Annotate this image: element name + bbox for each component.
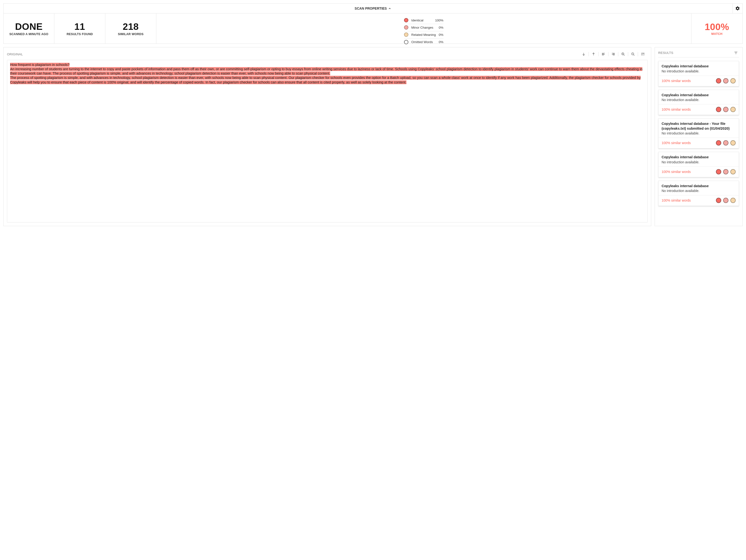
legend-omitted[interactable]: Omitted Words 0% — [404, 38, 443, 46]
filter-button[interactable] — [733, 50, 739, 56]
related-dot-icon — [404, 32, 408, 37]
results-title: RESULTS — [658, 51, 733, 55]
stat-words: 218 SIMILAR WORDS — [105, 13, 156, 44]
stat-done: DONE SCANNED A MINUTE AGO — [4, 13, 54, 44]
stat-match: 100% MATCH — [691, 13, 742, 44]
result-name: Copyleaks internal database - Your file … — [662, 121, 736, 131]
minor-dot-icon[interactable] — [723, 169, 728, 174]
result-card[interactable]: Copyleaks internal databaseNo introducti… — [658, 90, 739, 115]
chevron-up-icon — [388, 7, 391, 10]
legend-identical[interactable]: Identical 100% — [404, 17, 443, 24]
prev-match-button[interactable] — [589, 51, 598, 57]
identical-dot-icon — [404, 18, 408, 22]
image-icon — [641, 52, 645, 56]
zoom-out-icon — [631, 52, 635, 56]
result-description: No introduction available. — [662, 189, 736, 193]
related-label: Related Meaning — [411, 33, 436, 36]
related-dot-icon[interactable] — [730, 198, 736, 203]
related-value: 0% — [439, 33, 443, 36]
result-similarity: 100% similar words — [662, 170, 716, 174]
result-dots — [716, 140, 736, 145]
identical-dot-icon[interactable] — [716, 169, 721, 174]
result-dots — [716, 169, 736, 174]
scan-properties-bar[interactable]: SCAN PROPERTIES — [3, 3, 743, 13]
omitted-value: 0% — [439, 40, 443, 44]
words-value: 218 — [123, 21, 139, 32]
svg-line-15 — [633, 55, 634, 56]
gear-icon — [735, 6, 740, 11]
scan-properties-toggle[interactable]: SCAN PROPERTIES — [355, 6, 392, 10]
omitted-label: Omitted Words — [411, 40, 436, 44]
svg-point-18 — [642, 53, 642, 54]
stats-row: DONE SCANNED A MINUTE AGO 11 RESULTS FOU… — [3, 13, 743, 44]
result-name: Copyleaks internal database — [662, 184, 736, 189]
original-panel: ORIGINAL — [3, 47, 651, 226]
align-right-icon — [611, 52, 615, 56]
identical-dot-icon[interactable] — [716, 198, 721, 203]
zoom-out-button[interactable] — [628, 51, 638, 57]
filter-icon — [734, 51, 738, 55]
results-value: 11 — [74, 21, 85, 32]
results-list: Copyleaks internal databaseNo introducti… — [658, 61, 739, 206]
related-dot-icon[interactable] — [730, 107, 736, 112]
match-label: MATCH — [711, 32, 723, 36]
result-similarity: 100% similar words — [662, 198, 716, 202]
match-value: 100% — [705, 22, 729, 32]
result-similarity: 100% similar words — [662, 108, 716, 111]
identical-dot-icon[interactable] — [716, 107, 721, 112]
identical-label: Identical — [411, 19, 432, 22]
related-dot-icon[interactable] — [730, 140, 736, 145]
align-right-button[interactable] — [608, 51, 618, 57]
result-card[interactable]: Copyleaks internal database - Your file … — [658, 118, 739, 148]
highlighted-text: An increasing number of students are tur… — [10, 67, 642, 75]
zoom-in-button[interactable] — [618, 51, 628, 57]
image-view-button[interactable] — [638, 51, 648, 57]
results-panel: RESULTS Copyleaks internal databaseNo in… — [655, 47, 743, 226]
svg-line-11 — [624, 55, 625, 56]
arrow-down-icon — [582, 52, 585, 56]
stat-results: 11 RESULTS FOUND — [54, 13, 105, 44]
result-card[interactable]: Copyleaks internal databaseNo introducti… — [658, 181, 739, 206]
minor-dot-icon[interactable] — [723, 107, 728, 112]
result-description: No introduction available. — [662, 98, 736, 102]
next-match-button[interactable] — [579, 51, 589, 57]
minor-label: Minor Changes — [411, 26, 436, 29]
result-card[interactable]: Copyleaks internal databaseNo introducti… — [658, 61, 739, 86]
related-dot-icon[interactable] — [730, 169, 736, 174]
done-value: DONE — [15, 21, 43, 32]
result-card[interactable]: Copyleaks internal databaseNo introducti… — [658, 152, 739, 177]
minor-dot-icon[interactable] — [723, 78, 728, 83]
result-similarity: 100% similar words — [662, 79, 716, 83]
result-dots — [716, 78, 736, 83]
highlighted-text: How frequent is plagiarism in schools? — [10, 63, 69, 67]
settings-button[interactable] — [733, 3, 743, 13]
result-description: No introduction available. — [662, 69, 736, 73]
results-label: RESULTS FOUND — [67, 32, 93, 36]
related-dot-icon[interactable] — [730, 78, 736, 83]
highlighted-text: The process of spotting plagiarism is si… — [10, 76, 641, 84]
legend-minor[interactable]: Minor Changes 0% — [404, 24, 443, 31]
legend-related[interactable]: Related Meaning 0% — [404, 31, 443, 38]
result-description: No introduction available. — [662, 160, 736, 164]
align-left-icon — [601, 52, 605, 56]
original-toolbar — [579, 51, 648, 57]
arrow-up-icon — [592, 52, 596, 56]
done-sub: SCANNED A MINUTE AGO — [9, 32, 48, 36]
original-title: ORIGINAL — [7, 52, 579, 56]
result-name: Copyleaks internal database — [662, 64, 736, 69]
words-label: SIMILAR WORDS — [118, 32, 144, 36]
omitted-dot-icon — [404, 40, 408, 44]
scan-properties-label: SCAN PROPERTIES — [355, 6, 387, 10]
result-similarity: 100% similar words — [662, 141, 716, 145]
result-dots — [716, 107, 736, 112]
identical-dot-icon[interactable] — [716, 78, 721, 83]
zoom-in-icon — [621, 52, 625, 56]
original-text[interactable]: How frequent is plagiarism in schools?An… — [7, 60, 648, 223]
minor-dot-icon[interactable] — [723, 140, 728, 145]
minor-dot-icon[interactable] — [723, 198, 728, 203]
align-left-button[interactable] — [599, 51, 608, 57]
identical-dot-icon[interactable] — [716, 140, 721, 145]
stat-legend: Identical 100% Minor Changes 0% Related … — [156, 13, 691, 44]
result-description: No introduction available. — [662, 131, 736, 135]
result-dots — [716, 198, 736, 203]
